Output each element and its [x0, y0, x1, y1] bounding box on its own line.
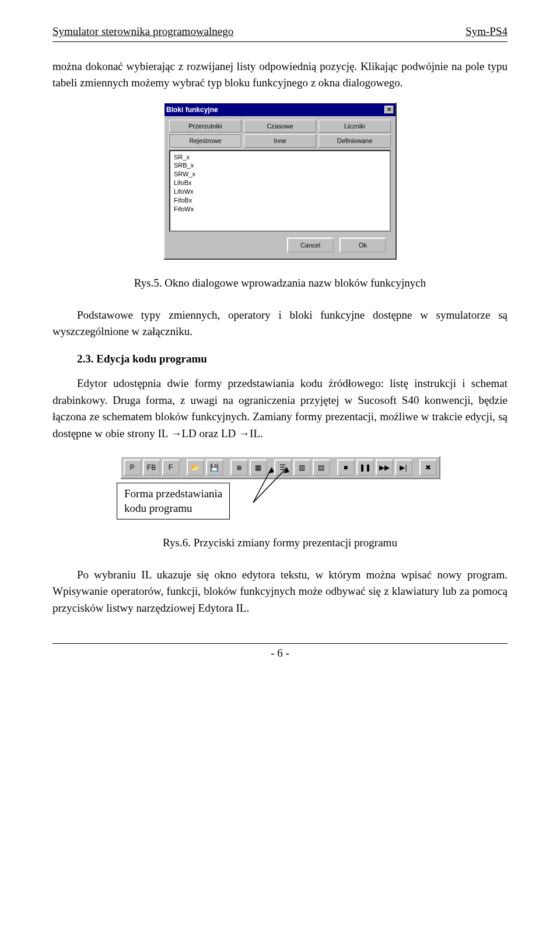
- list-item[interactable]: LifoBx: [174, 179, 386, 187]
- tab-inne[interactable]: Inne: [244, 134, 316, 148]
- function-icon[interactable]: F: [162, 459, 180, 476]
- annotation-arrow-icon: [242, 483, 312, 515]
- figure5-caption: Rys.5. Okno dialogowe wprowadzania nazw …: [52, 275, 508, 292]
- paragraph-4: Po wybraniu IL ukazuje się okno edytora …: [52, 567, 508, 617]
- page-number: - 6 -: [271, 647, 289, 659]
- dialog-titlebar: Bloki funkcyjne ✕: [164, 103, 396, 116]
- list-item[interactable]: LifoWx: [174, 187, 386, 196]
- step-icon[interactable]: ▶|: [395, 459, 412, 476]
- annotation-label: Forma przedstawiania kodu programu: [117, 483, 230, 519]
- save-icon[interactable]: 💾: [206, 459, 223, 476]
- block-list[interactable]: SR_x SRB_x SRW_x LifoBx LifoWx FifoBx Fi…: [169, 150, 391, 232]
- page-header: Symulator sterownika programowalnego Sym…: [52, 23, 508, 42]
- tab-definiowane[interactable]: Definiowane: [318, 134, 391, 148]
- program-icon[interactable]: P: [124, 459, 141, 476]
- list-item[interactable]: SRW_x: [174, 170, 386, 179]
- grid2-icon[interactable]: ▤: [313, 459, 330, 476]
- ok-button[interactable]: Ok: [340, 238, 386, 253]
- header-left: Symulator sterownika programowalnego: [52, 23, 233, 40]
- pause-icon[interactable]: ❚❚: [356, 459, 374, 476]
- header-right: Sym-PS4: [466, 23, 508, 40]
- cancel-button[interactable]: Cancel: [287, 238, 334, 253]
- close-icon[interactable]: ✕: [384, 106, 394, 114]
- list-item[interactable]: SRB_x: [174, 161, 386, 170]
- dialog-figure: Bloki funkcyjne ✕ Przerzutniki Czasowe L…: [52, 102, 508, 260]
- tab-liczniki[interactable]: Liczniki: [318, 120, 391, 133]
- tab-przerzutniki[interactable]: Przerzutniki: [169, 120, 242, 133]
- tab-czasowe[interactable]: Czasowe: [244, 120, 316, 133]
- toolbar-figure: P FB F 📂 💾 ≣ ▦ ☰ ▥ ▤ ■ ❚❚ ▶▶ ▶| ✖ Forma …: [52, 456, 508, 519]
- tab-rejestrowe[interactable]: Rejestrowe: [169, 134, 242, 148]
- list-item[interactable]: SR_x: [174, 153, 386, 162]
- function-blocks-dialog: Bloki funkcyjne ✕ Przerzutniki Czasowe L…: [163, 102, 397, 260]
- page-footer: - 6 -: [52, 643, 508, 662]
- delete-icon[interactable]: ✖: [419, 459, 437, 476]
- paragraph-3: Edytor udostępnia dwie formy przedstawia…: [52, 375, 508, 442]
- figure6-caption: Rys.6. Przyciski zmiany formy prezentacj…: [52, 535, 508, 552]
- run-icon[interactable]: ▶▶: [376, 459, 393, 476]
- fb-icon[interactable]: FB: [143, 459, 160, 476]
- dialog-title: Bloki funkcyjne: [166, 104, 218, 115]
- list-item[interactable]: FifoBx: [174, 196, 386, 205]
- section-2-3-title: 2.3. Edycja kodu programu: [52, 351, 508, 368]
- list-item[interactable]: FifoWx: [174, 205, 386, 214]
- paragraph-1: można dokonać wybierając z rozwijanej li…: [52, 58, 508, 92]
- stop-icon[interactable]: ■: [337, 459, 355, 476]
- paragraph-2: Podstawowe typy zmiennych, operatory i b…: [52, 307, 508, 340]
- open-icon[interactable]: 📂: [187, 459, 204, 476]
